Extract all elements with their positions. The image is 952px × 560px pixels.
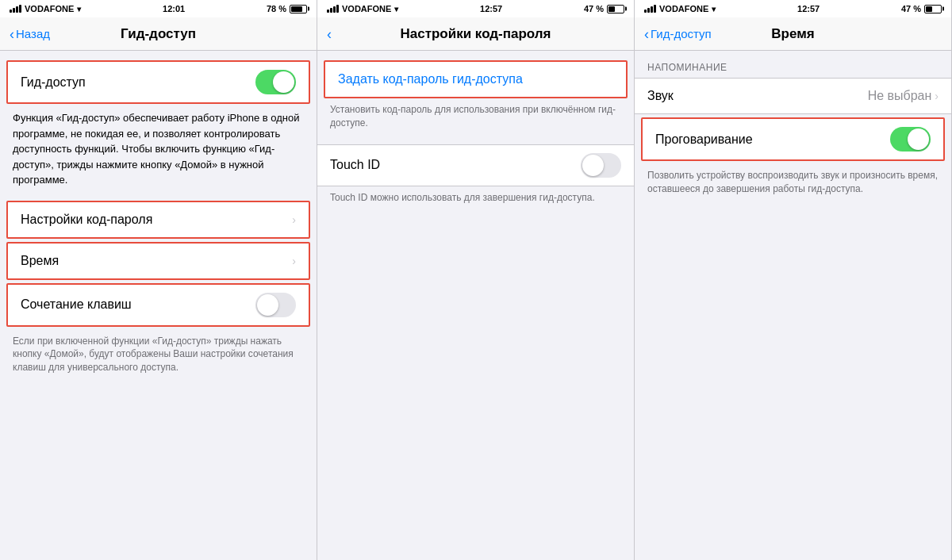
signal-bars-2 [327, 5, 339, 13]
shortcuts-section: Сочетание клавиш [6, 283, 310, 327]
bar4-p2 [336, 5, 339, 13]
main-toggle-group: Гид-доступ [6, 60, 310, 104]
main-toggle-section: Гид-доступ [6, 60, 310, 104]
touch-id-desc: Touch ID можно использовать для завершен… [317, 186, 634, 213]
touch-id-group: Touch ID [317, 144, 634, 186]
bar4 [19, 5, 21, 13]
battery-fill-2 [608, 6, 615, 12]
reminder-group: Звук Не выбран › [635, 78, 951, 114]
bar1-p2 [327, 10, 329, 13]
content-1: Гид-доступ Функция «Гид-доступ» обеспечи… [0, 51, 317, 560]
reminder-label: НАПОМИНАНИЕ [635, 51, 951, 78]
back-chevron-1: ‹ [10, 27, 14, 41]
carrier-3: VODAFONE [659, 4, 708, 13]
nav-bar-1: ‹ Назад Гид-доступ [0, 17, 317, 51]
status-right-3: 47 % [901, 4, 942, 13]
sound-chevron: › [935, 90, 939, 102]
bar3-p2 [333, 6, 336, 13]
content-2: Задать код-пароль гид-доступа Установить… [317, 51, 634, 560]
shortcuts-toggle[interactable] [255, 293, 296, 317]
status-bar-3: VODAFONE ▾ 12:57 47 % [635, 0, 951, 17]
passcode-link-desc: Установить код-пароль для использования … [317, 98, 634, 138]
status-left-3: VODAFONE ▾ [644, 4, 716, 13]
main-toggle-thumb [273, 71, 294, 93]
bar4-p3 [654, 5, 656, 13]
main-toggle-switch[interactable] [255, 70, 296, 94]
bar2-p2 [330, 8, 332, 13]
time-1: 12:01 [163, 4, 185, 13]
time-label: Время [21, 254, 59, 268]
touch-id-item: Touch ID [317, 145, 634, 186]
panel-1: VODAFONE ▾ 12:01 78 % ‹ Назад Гид-доступ… [0, 0, 317, 560]
shortcuts-toggle-thumb [257, 294, 278, 316]
shortcuts-group: Сочетание клавиш [6, 283, 310, 327]
speak-desc: Позволить устройству воспроизводить звук… [635, 164, 951, 204]
time-chevron: › [292, 255, 296, 267]
back-label-3: Гид-доступ [651, 27, 712, 40]
carrier-1: VODAFONE [25, 4, 74, 13]
status-left-2: VODAFONE ▾ [327, 4, 398, 13]
passcode-link-label: Задать код-пароль гид-доступа [338, 72, 523, 86]
wifi-icon-3: ▾ [712, 5, 716, 13]
nav-title-1: Гид-доступ [121, 26, 196, 42]
carrier-2: VODAFONE [342, 4, 391, 13]
status-right-1: 78 % [267, 4, 307, 13]
status-bar-2: VODAFONE ▾ 12:57 47 % [317, 0, 634, 17]
wifi-icon-1: ▾ [77, 5, 81, 13]
shortcuts-label: Сочетание клавиш [21, 297, 132, 312]
time-group: Время › [6, 242, 310, 280]
signal-bars-3 [644, 5, 656, 13]
passcode-chevron: › [292, 213, 296, 226]
wifi-icon-2: ▾ [394, 5, 398, 13]
back-button-2[interactable]: ‹ [327, 27, 332, 41]
speak-group: Проговаривание [641, 117, 945, 161]
time-item[interactable]: Время › [8, 244, 309, 278]
panel-2: VODAFONE ▾ 12:57 47 % ‹ Настройки код-па… [317, 0, 635, 560]
sound-item[interactable]: Звук Не выбран › [635, 79, 951, 113]
bar2-p3 [647, 8, 650, 13]
nav-title-3: Время [771, 26, 814, 42]
battery-pct-2: 47 % [584, 4, 604, 13]
passcode-link-item[interactable]: Задать код-пароль гид-доступа [325, 62, 626, 97]
passcode-settings-section: Настройки код-пароля › [6, 201, 310, 239]
passcode-settings-group: Настройки код-пароля › [6, 201, 310, 239]
nav-bar-3: ‹ Гид-доступ Время [635, 17, 951, 51]
speak-section: Проговаривание [641, 117, 945, 161]
bar1-p3 [644, 10, 647, 13]
speak-toggle-thumb [908, 128, 929, 150]
panel-3: VODAFONE ▾ 12:57 47 % ‹ Гид-доступ Время… [635, 0, 952, 560]
sound-value-group: Не выбран › [868, 89, 939, 103]
back-chevron-2: ‹ [327, 27, 332, 41]
bar3 [16, 6, 18, 13]
speak-label: Проговаривание [655, 132, 753, 147]
shortcuts-footer: Если при включенной функции «Гид-доступ»… [0, 330, 317, 382]
back-label-1: Назад [16, 27, 50, 40]
speak-toggle[interactable] [890, 127, 931, 152]
bar1 [10, 10, 12, 13]
status-right-2: 47 % [584, 4, 624, 13]
battery-pct-1: 78 % [267, 4, 286, 13]
battery-icon-3 [924, 5, 942, 13]
touch-id-toggle[interactable] [581, 153, 621, 178]
signal-bars-1 [10, 5, 21, 13]
time-section: Время › [6, 242, 310, 280]
touch-id-label: Touch ID [330, 158, 380, 172]
bar2 [13, 8, 15, 13]
sound-value: Не выбран [868, 89, 932, 103]
sound-label: Звук [647, 89, 674, 103]
nav-title-2: Настройки код-пароля [400, 26, 551, 42]
bar3-p3 [651, 6, 653, 13]
speak-item: Проговаривание [643, 119, 943, 159]
main-toggle-item: Гид-доступ [8, 62, 309, 102]
passcode-settings-label: Настройки код-пароля [21, 213, 152, 227]
time-3: 12:57 [797, 4, 820, 13]
passcode-settings-item[interactable]: Настройки код-пароля › [8, 202, 309, 237]
battery-fill-3 [926, 6, 932, 12]
battery-icon-2 [607, 5, 624, 13]
back-button-3[interactable]: ‹ Гид-доступ [644, 27, 712, 41]
nav-bar-2: ‹ Настройки код-пароля [317, 17, 634, 51]
main-toggle-label: Гид-доступ [21, 75, 86, 90]
back-button-1[interactable]: ‹ Назад [10, 27, 50, 41]
passcode-link-box: Задать код-пароль гид-доступа [324, 60, 628, 98]
passcode-link-section: Задать код-пароль гид-доступа [324, 60, 628, 98]
